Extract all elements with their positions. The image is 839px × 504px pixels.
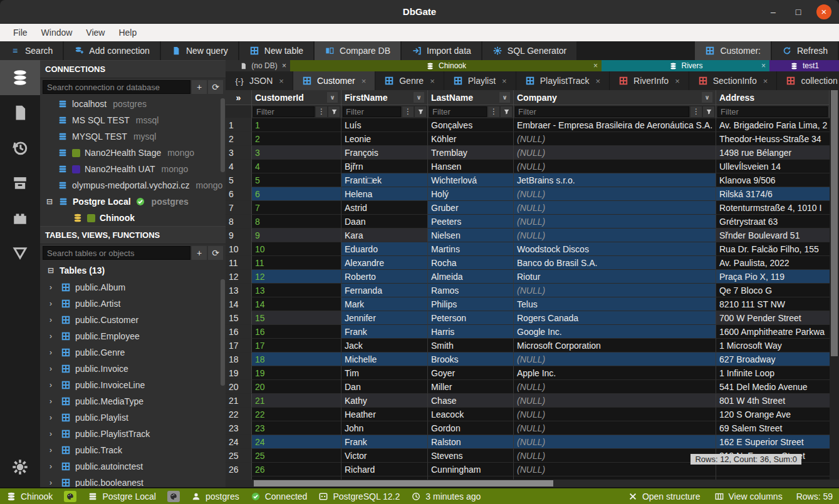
cell-id[interactable]: 14 [252, 297, 341, 311]
funnel-icon[interactable] [501, 106, 512, 117]
cell-id[interactable]: 17 [252, 339, 341, 352]
cell-id[interactable]: 24 [252, 435, 341, 449]
tables-scrollbar[interactable] [221, 279, 225, 386]
current-user[interactable]: postgres [191, 491, 239, 501]
add-connection-button[interactable]: Add connection [64, 41, 160, 60]
cell-first[interactable]: Leonie [341, 132, 428, 146]
horizontal-scrollbar[interactable] [226, 480, 839, 487]
row-number[interactable]: 15 [226, 311, 252, 325]
table-item[interactable]: ›public.Track [40, 442, 226, 458]
cell-first[interactable]: Franti□ek [341, 173, 428, 187]
row-number[interactable]: 5 [226, 173, 252, 187]
cell-first[interactable]: Helena [341, 187, 428, 201]
tab-genre[interactable]: Genre× [375, 71, 444, 90]
chevron-right-icon[interactable]: › [46, 429, 55, 438]
table-item[interactable]: ›public.Genre [40, 344, 226, 361]
chevron-right-icon[interactable]: › [46, 299, 55, 308]
iconbar-settings[interactable] [0, 450, 40, 485]
vertical-scrollbar-thumb[interactable] [831, 90, 838, 356]
cell-id[interactable]: 25 [252, 449, 341, 463]
table-item[interactable]: ›public.MediaType [40, 393, 226, 409]
cell-id[interactable]: 16 [252, 325, 341, 339]
cell-last[interactable]: Almeida [428, 270, 514, 284]
cell-address[interactable]: Rilská 3174/6 [716, 187, 830, 201]
cell-first[interactable]: Tim [341, 366, 428, 380]
cell-id[interactable]: 2 [252, 132, 341, 146]
cell-id[interactable]: 6 [252, 187, 341, 201]
cell-last[interactable]: Harris [428, 325, 514, 339]
chevron-right-icon[interactable]: › [46, 381, 55, 389]
cell-id[interactable]: 4 [252, 160, 341, 173]
cell-address[interactable]: Av. Paulista, 2022 [716, 256, 830, 270]
db-tab-noDB[interactable]: (no DB)× [226, 60, 290, 71]
cell-last[interactable]: Gordon [428, 421, 514, 435]
connection-item[interactable]: Nano2Health UATmongo [40, 161, 226, 177]
tab-riverinfo[interactable]: RiverInfo× [610, 71, 689, 90]
cell-last[interactable]: Ramos [428, 284, 514, 297]
cell-last[interactable]: Peeters [428, 215, 514, 229]
db-tab-test1[interactable]: test1 [769, 60, 839, 71]
connection-item[interactable]: Nano2Health Stagemongo [40, 145, 226, 161]
iconbar-archive[interactable] [0, 165, 40, 200]
import-data-button[interactable]: Import data [402, 41, 481, 60]
database-color-badge[interactable] [64, 491, 76, 502]
cell-first[interactable]: Richard [341, 463, 428, 476]
table-item[interactable]: ›public.Album [40, 279, 226, 296]
tab-playlisttrack[interactable]: PlaylistTrack× [516, 71, 609, 90]
cell-first[interactable]: Fernanda [341, 284, 428, 297]
cell-address[interactable]: Qe 7 Bloco G [716, 284, 830, 297]
row-number[interactable]: 22 [226, 408, 252, 421]
cell-first[interactable]: Kara [341, 229, 428, 242]
chevron-down-icon[interactable]: ∨ [702, 92, 712, 103]
iconbar-plugins[interactable] [0, 200, 40, 235]
table-item[interactable]: ›public.PlaylistTrack [40, 426, 226, 442]
cell-address[interactable]: 120 S Orange Ave [716, 408, 830, 421]
table-item[interactable]: ›public.Playlist [40, 409, 226, 426]
row-number[interactable]: 20 [226, 380, 252, 394]
row-count[interactable]: Rows: 59 [796, 491, 833, 501]
row-number[interactable]: 13 [226, 284, 252, 297]
close-icon[interactable]: × [675, 76, 680, 86]
row-number[interactable]: 21 [226, 394, 252, 408]
cell-last[interactable]: Miller [428, 380, 514, 394]
filter-menu-button[interactable]: ⋮ [690, 106, 702, 117]
cell-last[interactable]: Martins [428, 242, 514, 256]
cell-address[interactable]: Grétrystraat 63 [716, 215, 830, 229]
close-icon[interactable]: × [502, 76, 507, 86]
filter-menu-button[interactable]: ⋮ [402, 106, 414, 117]
cell-company[interactable]: Riotur [514, 270, 716, 284]
tab-playlist[interactable]: Playlist× [444, 71, 516, 90]
iconbar-filters[interactable] [0, 235, 40, 270]
row-number[interactable]: 24 [226, 435, 252, 449]
close-icon[interactable]: × [279, 76, 284, 86]
iconbar-history[interactable] [0, 130, 40, 165]
chevron-right-icon[interactable]: › [46, 462, 55, 471]
cell-company[interactable]: Telus [514, 297, 716, 311]
cell-company[interactable]: JetBrains s.r.o. [514, 173, 716, 187]
funnel-icon[interactable] [328, 106, 340, 117]
new-table-button[interactable]: New table [239, 41, 313, 60]
cell-id[interactable]: 18 [252, 352, 341, 366]
row-number[interactable]: 7 [226, 201, 252, 215]
connection-color-badge[interactable] [167, 491, 180, 502]
cell-company[interactable]: (NULL) [514, 160, 716, 173]
cell-company[interactable]: (NULL) [514, 394, 716, 408]
chevron-right-icon[interactable]: › [46, 413, 55, 422]
funnel-icon[interactable] [415, 106, 426, 117]
cell-id[interactable]: 22 [252, 408, 341, 421]
horizontal-scrollbar-thumb[interactable] [254, 480, 553, 486]
cell-first[interactable]: Astrid [341, 201, 428, 215]
cell-first[interactable]: Frank [341, 435, 428, 449]
cell-address[interactable] [716, 463, 830, 476]
last-refresh[interactable]: 3 minutes ago [411, 491, 481, 501]
row-number[interactable]: 14 [226, 297, 252, 311]
cell-company[interactable]: (NULL) [514, 132, 716, 146]
cell-id[interactable]: 26 [252, 463, 341, 476]
tab-sectioninfo[interactable]: SectionInfo× [689, 71, 777, 90]
cell-last[interactable]: Gruber [428, 201, 514, 215]
menu-view[interactable]: View [79, 24, 112, 41]
cell-first[interactable]: Bjřrn [341, 160, 428, 173]
column-header-first[interactable]: FirstName∨ [341, 90, 428, 105]
current-database[interactable]: Chinook [6, 491, 53, 501]
close-icon[interactable]: × [362, 76, 367, 86]
